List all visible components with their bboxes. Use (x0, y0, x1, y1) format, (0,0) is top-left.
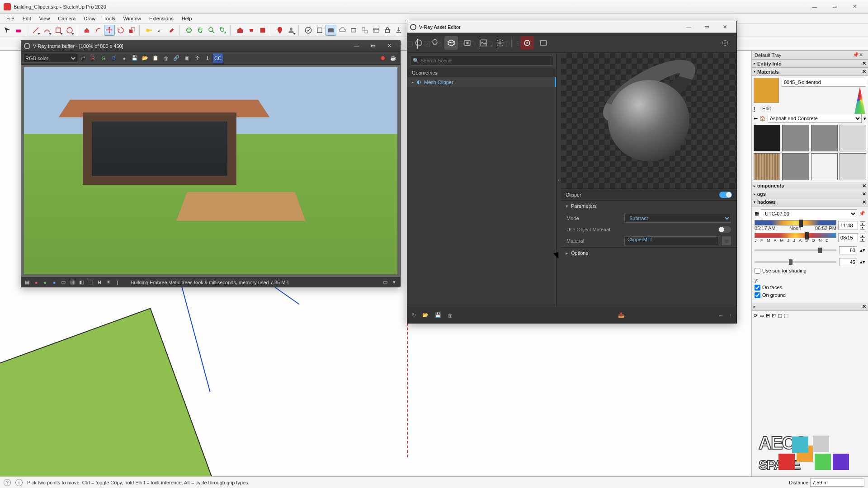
eraser-tool[interactable] (13, 25, 24, 36)
material-value[interactable]: ClipperMTl (624, 236, 718, 245)
vfb-expand-icon[interactable]: ▭ (382, 279, 388, 286)
menu-edit[interactable]: Edit (19, 15, 35, 22)
asset-close[interactable]: ✕ (716, 22, 734, 33)
footer-save-icon[interactable]: 💾 (435, 312, 441, 318)
edit-tab[interactable]: Edit (762, 106, 771, 112)
panel-close-icon[interactable]: ✕ (862, 199, 866, 205)
vobj-11-icon[interactable] (524, 38, 535, 49)
materials-header[interactable]: ▾ Materials ✕ (752, 68, 868, 76)
move-tool[interactable] (104, 25, 115, 36)
time-input[interactable] (838, 221, 858, 230)
vray-frame-icon[interactable] (348, 25, 359, 36)
date-stepper[interactable]: ▴▾ (860, 234, 865, 242)
menu-tools[interactable]: Tools (100, 15, 119, 22)
footer-up-icon[interactable]: ↑ (730, 313, 732, 318)
tree-item-mesh-clipper[interactable]: ▸ ◐ Mesh Clipper (407, 77, 556, 87)
shadows-header[interactable]: ▾hadows✕ (752, 198, 868, 206)
panel-close-icon[interactable]: ✕ (862, 183, 866, 189)
vfb-dropdown-icon[interactable]: ▾ (391, 279, 397, 286)
orbit-tool[interactable] (184, 25, 194, 36)
vray-export-icon[interactable] (393, 25, 404, 36)
vobj-1-icon[interactable] (393, 38, 404, 49)
tray-pin-icon[interactable]: 📌 (853, 52, 859, 58)
parameters-header[interactable]: ▾Parameters (561, 200, 736, 212)
mini-icon[interactable]: ⊡ (772, 313, 776, 319)
user-tool[interactable] (286, 25, 297, 36)
components-header[interactable]: ▸omponents✕ (752, 182, 868, 190)
light-input[interactable] (839, 246, 857, 254)
material-picker-icon[interactable]: ▦ (722, 236, 731, 245)
vfb-history-icon[interactable]: 📋 (151, 53, 160, 63)
current-material-swatch[interactable] (754, 78, 779, 103)
material-thumb[interactable] (840, 125, 866, 151)
vfb-sicon-11[interactable]: | (114, 279, 121, 286)
vfb-link-icon[interactable]: 🔗 (171, 53, 181, 63)
vfb-render-canvas[interactable] (21, 65, 400, 277)
warehouse-tool[interactable] (235, 25, 245, 36)
circle-tool[interactable] (64, 25, 75, 36)
vobj-5-icon[interactable] (444, 38, 455, 49)
menu-extensions[interactable]: Extensions (146, 15, 177, 22)
vfb-stop-icon[interactable]: ⬣ (378, 53, 388, 63)
vray-lock-icon[interactable] (382, 25, 393, 36)
vfb-minimize[interactable]: — (349, 41, 365, 52)
tray-header[interactable]: Default Tray 📌 ✕ (752, 51, 868, 60)
select-tab[interactable]: t (754, 106, 755, 112)
material-thumb[interactable] (782, 153, 809, 180)
shadow-pin-icon[interactable]: 📌 (859, 211, 865, 216)
vfb-b-channel[interactable]: B (109, 53, 119, 63)
shape-tool[interactable] (53, 25, 64, 36)
menu-view[interactable]: View (36, 15, 54, 22)
back-icon[interactable]: ⬅ (754, 116, 758, 122)
vfb-cc-icon[interactable]: CC (213, 53, 223, 63)
vfb-swap-icon[interactable]: ⇄ (78, 53, 88, 63)
layout-tool[interactable] (257, 25, 268, 36)
vfb-maximize[interactable]: ▭ (365, 41, 381, 52)
menu-draw[interactable]: Draw (80, 15, 99, 22)
vobj-8-icon[interactable] (484, 38, 495, 49)
mini-icon[interactable]: ⟳ (754, 313, 758, 319)
footer-undo-icon[interactable]: ← (718, 313, 723, 318)
vfb-region-icon[interactable]: ▣ (182, 53, 192, 63)
zoom-tool[interactable] (206, 25, 217, 36)
rotate-tool[interactable] (115, 25, 126, 36)
asset-minimize[interactable]: — (679, 22, 698, 33)
mini-icon[interactable]: ▭ (760, 313, 764, 319)
vray-batch-icon[interactable] (359, 25, 370, 36)
tags-header[interactable]: ▸ags✕ (752, 190, 868, 198)
panel-close-icon[interactable]: ✕ (862, 69, 866, 75)
vobj-2-icon[interactable] (405, 38, 415, 49)
footer-delete-icon[interactable]: 🗑 (448, 313, 453, 318)
use-sun-checkbox[interactable] (755, 268, 760, 274)
extra-panel-header[interactable]: ▸✕ (752, 303, 868, 311)
details-icon[interactable]: ▾ (863, 116, 866, 122)
asset-search-input[interactable] (410, 56, 553, 66)
offset-tool[interactable] (93, 25, 104, 36)
vobj-3-icon[interactable] (422, 38, 433, 49)
panel-close-icon[interactable]: ✕ (862, 61, 866, 66)
mini-icon[interactable]: ⬚ (784, 313, 788, 319)
vfb-track-icon[interactable]: ✛ (192, 53, 202, 63)
vfb-sicon-4[interactable]: ● (51, 279, 57, 286)
material-thumb[interactable] (754, 125, 780, 151)
vfb-channel-select[interactable]: RGB color (23, 54, 77, 63)
vray-viewport-render-icon[interactable] (326, 25, 336, 36)
entity-info-header[interactable]: ▸ Entity Info ✕ (752, 60, 868, 68)
arc-tool[interactable] (42, 25, 52, 36)
date-slider[interactable] (755, 233, 836, 238)
asset-titlebar[interactable]: V-Ray Asset Editor — ▭ ✕ (407, 21, 736, 33)
close-button[interactable]: ✕ (844, 0, 864, 13)
preview-toggle-icon[interactable] (718, 36, 732, 50)
vfb-save-icon[interactable]: 💾 (130, 53, 140, 63)
mini-icon[interactable]: ⊞ (766, 313, 770, 319)
material-name-field[interactable]: 0045_Goldenrod (782, 78, 866, 87)
vfb-mono-icon[interactable]: ● (119, 53, 129, 63)
tray-close-icon[interactable]: ✕ (859, 52, 865, 58)
light-stepper[interactable]: ▴▾ (860, 247, 865, 253)
zoom-extents-tool[interactable] (217, 25, 228, 36)
vray-render-region-icon[interactable] (314, 25, 325, 36)
material-thumb[interactable] (811, 153, 838, 180)
vobj-4-icon[interactable] (433, 38, 444, 49)
mode-select[interactable]: Subtract (624, 214, 731, 223)
material-thumb[interactable] (840, 153, 866, 180)
